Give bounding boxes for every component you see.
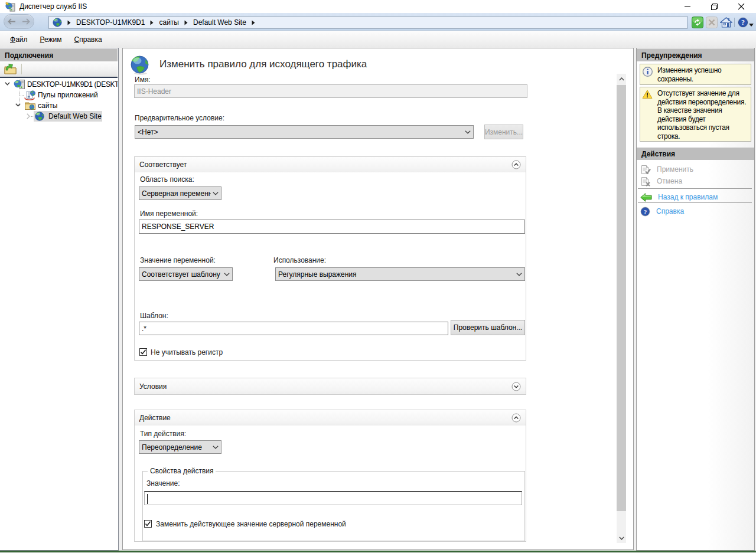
app-icon: [5, 2, 15, 14]
breadcrumb[interactable]: DESKTOP-U1MK9D1 сайты Default Web Site: [48, 16, 687, 29]
connections-panel: Подключения: [0, 48, 119, 551]
home-button[interactable]: [719, 16, 732, 29]
page-title: Изменить правило для исходящего трафика: [159, 58, 367, 70]
alert-text: Отсутствует значение для действия переоп…: [657, 89, 749, 141]
replace-label[interactable]: Заменить действующее значение серверной …: [156, 520, 346, 528]
collapse-icon[interactable]: [511, 413, 521, 423]
ignore-case-label[interactable]: Не учитывать регистр: [151, 348, 223, 356]
web-site-globe-icon: [35, 112, 44, 122]
connections-toolbar: [0, 61, 118, 77]
breadcrumb-arrow-icon: [67, 20, 71, 25]
scroll-up-icon[interactable]: [617, 74, 626, 84]
scrollbar-thumb[interactable]: [617, 85, 626, 511]
breadcrumb-item-sites[interactable]: сайты: [159, 18, 179, 27]
chevron-down-icon[interactable]: [5, 82, 10, 86]
replace-checkbox[interactable]: [144, 520, 152, 528]
ignore-case-checkbox[interactable]: [139, 348, 147, 356]
variable-name-label: Имя переменной:: [140, 210, 198, 218]
tree-item-label: Пулы приложений: [38, 91, 98, 99]
alerts-header: Предупреждения: [637, 49, 754, 61]
tree-item-label: DESKTOP-U1MK9D1 (DESKTOP-U1MK9D1): [27, 80, 118, 89]
server-icon: [14, 79, 25, 90]
expand-icon[interactable]: [511, 382, 521, 391]
menu-bar: Файл Режим Справка: [0, 31, 756, 48]
chevron-down-icon[interactable]: [15, 103, 21, 107]
menu-file[interactable]: Файл: [10, 35, 28, 44]
forward-button[interactable]: [22, 18, 30, 25]
alert-info: Изменения успешно сохранены.: [640, 64, 751, 85]
navigation-pill: [4, 14, 34, 29]
actions-separator: [638, 202, 752, 203]
cancel-icon: [640, 176, 651, 186]
svg-text:?: ?: [644, 208, 647, 215]
action-type-label: Тип действия:: [140, 430, 186, 438]
help-button[interactable]: ?: [737, 16, 750, 29]
pattern-field[interactable]: .*: [139, 322, 448, 335]
address-bar: DESKTOP-U1MK9D1 сайты Default Web Site: [0, 13, 756, 31]
action-section: Действие Тип действия: Переопределение С…: [134, 410, 526, 542]
precondition-select[interactable]: <Нет>: [135, 125, 474, 139]
site-globe-icon: [53, 18, 62, 27]
variable-value-select[interactable]: Соответствует шаблону: [139, 267, 233, 281]
save-connection-icon[interactable]: [4, 63, 17, 77]
tree-item-label: сайты: [38, 102, 58, 110]
help-dropdown-caret-icon[interactable]: [749, 20, 754, 28]
tree-item-default-web-site[interactable]: Default Web Site: [0, 111, 118, 122]
cancel-action: Отмена: [640, 176, 682, 186]
menu-help[interactable]: Справка: [74, 35, 102, 44]
apply-label: Применить: [657, 165, 693, 174]
breadcrumb-item-site[interactable]: Default Web Site: [193, 18, 246, 27]
name-label: Имя:: [135, 76, 151, 84]
menu-view[interactable]: Режим: [40, 35, 62, 44]
chevron-down-icon: [516, 273, 522, 276]
variable-name-field[interactable]: RESPONSE_SERVER: [139, 220, 525, 234]
test-pattern-button[interactable]: Проверить шаблон...: [451, 320, 525, 335]
maximize-button[interactable]: [701, 0, 728, 13]
action-section-header[interactable]: Действие: [135, 410, 526, 426]
minimize-button[interactable]: [674, 0, 701, 13]
help-circle-icon: ?: [640, 207, 650, 217]
actions-panel: Предупреждения Изменения успешно сохране…: [636, 48, 755, 551]
actions-separator: [638, 188, 752, 189]
help-label[interactable]: Справка: [656, 207, 684, 215]
scope-select[interactable]: Серверная переменн: [139, 186, 221, 200]
apply-action: Применить: [640, 164, 693, 175]
back-to-rules-action[interactable]: Назад к правилам: [640, 192, 718, 202]
back-to-rules-label[interactable]: Назад к правилам: [658, 193, 718, 201]
value-field[interactable]: [144, 491, 522, 505]
precondition-label: Предварительное условие:: [135, 114, 224, 122]
conditions-section: Условия: [134, 378, 526, 395]
help-action[interactable]: ? Справка: [640, 206, 684, 217]
action-type-select[interactable]: Переопределение: [139, 440, 221, 454]
alert-text: Изменения успешно сохранены.: [657, 66, 749, 83]
chevron-down-icon: [213, 192, 219, 195]
stop-button[interactable]: [705, 16, 718, 29]
tree-item-server[interactable]: DESKTOP-U1MK9D1 (DESKTOP-U1MK9D1): [0, 79, 118, 90]
info-icon: [643, 67, 653, 78]
tree-item-sites[interactable]: сайты: [0, 100, 118, 111]
scroll-down-icon[interactable]: [617, 533, 626, 543]
conditions-section-header[interactable]: Условия: [135, 378, 526, 394]
page-globe-icon: [131, 55, 149, 77]
collapse-icon[interactable]: [511, 160, 521, 169]
match-section-header[interactable]: Соответствует: [135, 157, 526, 172]
tree-item-app-pools[interactable]: Пулы приложений: [0, 90, 118, 100]
breadcrumb-item-server[interactable]: DESKTOP-U1MK9D1: [76, 18, 145, 27]
alert-warning: Отсутствует значение для действия переоп…: [640, 87, 751, 142]
svg-text:?: ?: [741, 18, 745, 27]
chevron-down-icon: [213, 446, 219, 449]
chevron-right-icon[interactable]: [27, 113, 30, 119]
refresh-button[interactable]: [691, 16, 704, 29]
title-bar: Диспетчер служб IIS: [0, 0, 756, 13]
actions-header: Действия: [637, 148, 754, 160]
close-button[interactable]: [728, 0, 755, 13]
match-section: Соответствует Область поиска: Серверная …: [134, 156, 526, 361]
back-button[interactable]: [8, 18, 16, 25]
edit-outbound-rule-page: Изменить правило для исходящего трафика …: [122, 48, 634, 550]
using-select[interactable]: Регулярные выражения: [275, 267, 525, 281]
vertical-scrollbar[interactable]: [617, 74, 626, 543]
action-properties-legend: Свойства действия: [148, 467, 216, 475]
toolbar-separator: [734, 18, 735, 27]
text-caret: [147, 494, 148, 504]
chevron-down-icon: [465, 130, 471, 134]
